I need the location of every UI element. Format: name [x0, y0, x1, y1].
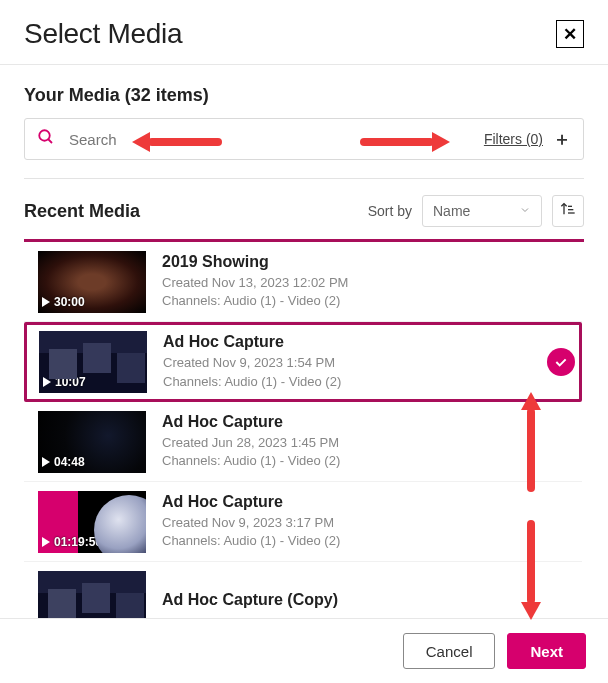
recent-header: Recent Media Sort by Name	[24, 195, 584, 227]
play-icon	[42, 457, 50, 467]
add-filter-button[interactable]: ＋	[553, 130, 571, 148]
media-title: 2019 Showing	[162, 253, 576, 271]
media-meta: Ad Hoc Capture (Copy)	[162, 591, 576, 612]
media-created: Created Nov 9, 2023 3:17 PM	[162, 514, 576, 532]
media-thumbnail: 10:07	[39, 331, 147, 393]
close-button[interactable]: ✕	[556, 20, 584, 48]
search-bar: Filters (0) ＋	[24, 118, 584, 160]
duration-text: 10:07	[55, 375, 86, 389]
next-button[interactable]: Next	[507, 633, 586, 669]
media-created: Created Jun 28, 2023 1:45 PM	[162, 434, 576, 452]
duration-text: 01:19:50	[54, 535, 102, 549]
media-thumbnail: 04:48	[38, 411, 146, 473]
svg-line-1	[48, 139, 52, 143]
play-icon	[42, 537, 50, 547]
sort-direction-button[interactable]	[552, 195, 584, 227]
sort-controls: Sort by Name	[368, 195, 584, 227]
media-created: Created Nov 13, 2023 12:02 PM	[162, 274, 576, 292]
divider	[24, 178, 584, 179]
media-channels: Channels: Audio (1) - Video (2)	[162, 452, 576, 470]
media-meta: Ad Hoc CaptureCreated Jun 28, 2023 1:45 …	[162, 413, 576, 470]
plus-icon: ＋	[553, 127, 571, 151]
media-item[interactable]: 30:002019 ShowingCreated Nov 13, 2023 12…	[24, 242, 582, 322]
sort-value: Name	[433, 203, 470, 219]
search-icon	[37, 128, 55, 150]
modal-title: Select Media	[24, 18, 182, 50]
media-meta: 2019 ShowingCreated Nov 13, 2023 12:02 P…	[162, 253, 576, 310]
media-thumbnail: 30:00	[38, 251, 146, 313]
media-channels: Channels: Audio (1) - Video (2)	[163, 373, 539, 391]
duration-badge: 01:19:50	[42, 535, 102, 549]
media-title: Ad Hoc Capture	[162, 493, 576, 511]
media-thumbnail: 01:19:50	[38, 491, 146, 553]
media-meta: Ad Hoc CaptureCreated Nov 9, 2023 1:54 P…	[163, 333, 539, 390]
modal-header: Select Media ✕	[0, 0, 608, 65]
media-item[interactable]: Ad Hoc Capture (Copy)	[24, 562, 582, 618]
modal-content: Your Media (32 items) Filters (0) ＋ Rece…	[0, 65, 608, 618]
recent-title: Recent Media	[24, 201, 140, 222]
sort-by-label: Sort by	[368, 203, 412, 219]
media-created: Created Nov 9, 2023 1:54 PM	[163, 354, 539, 372]
modal-footer: Cancel Next	[0, 618, 608, 683]
filters-link[interactable]: Filters (0)	[484, 131, 543, 147]
media-item[interactable]: 04:48Ad Hoc CaptureCreated Jun 28, 2023 …	[24, 402, 582, 482]
cancel-button[interactable]: Cancel	[403, 633, 496, 669]
your-media-title: Your Media (32 items)	[24, 85, 584, 106]
media-item[interactable]: 01:19:50Ad Hoc CaptureCreated Nov 9, 202…	[24, 482, 582, 562]
media-thumbnail	[38, 571, 146, 619]
selected-check	[547, 348, 575, 376]
sort-select[interactable]: Name	[422, 195, 542, 227]
media-item[interactable]: 10:07Ad Hoc CaptureCreated Nov 9, 2023 1…	[24, 322, 582, 402]
media-meta: Ad Hoc CaptureCreated Nov 9, 2023 3:17 P…	[162, 493, 576, 550]
duration-text: 30:00	[54, 295, 85, 309]
search-input[interactable]	[69, 131, 484, 148]
cancel-label: Cancel	[426, 643, 473, 660]
media-list[interactable]: 30:002019 ShowingCreated Nov 13, 2023 12…	[24, 242, 584, 618]
duration-badge: 30:00	[42, 295, 85, 309]
sort-ascending-icon	[560, 201, 576, 221]
media-title: Ad Hoc Capture (Copy)	[162, 591, 576, 609]
media-channels: Channels: Audio (1) - Video (2)	[162, 292, 576, 310]
media-title: Ad Hoc Capture	[162, 413, 576, 431]
svg-point-0	[39, 130, 50, 141]
play-icon	[42, 297, 50, 307]
duration-text: 04:48	[54, 455, 85, 469]
duration-badge: 04:48	[42, 455, 85, 469]
media-title: Ad Hoc Capture	[163, 333, 539, 351]
media-channels: Channels: Audio (1) - Video (2)	[162, 532, 576, 550]
next-label: Next	[530, 643, 563, 660]
select-media-modal: Select Media ✕ Your Media (32 items) Fil…	[0, 0, 608, 683]
chevron-down-icon	[519, 203, 531, 219]
play-icon	[43, 377, 51, 387]
duration-badge: 10:07	[43, 375, 86, 389]
close-icon: ✕	[563, 24, 577, 45]
